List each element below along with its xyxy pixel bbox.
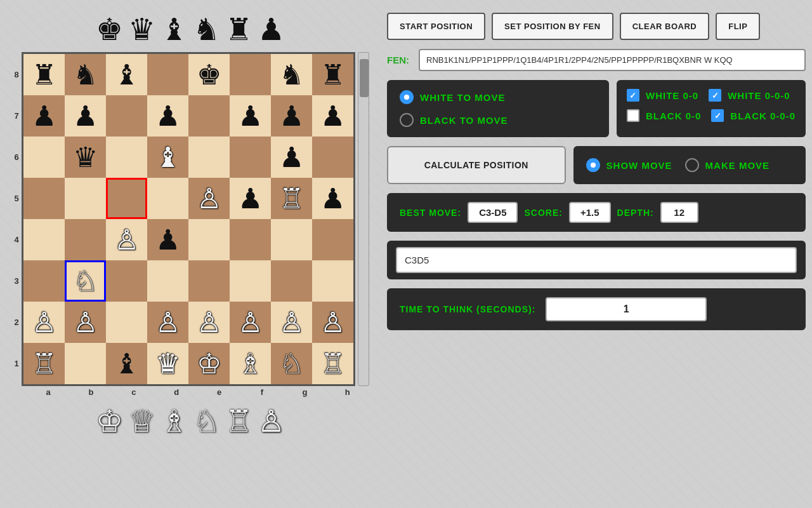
cell-f6[interactable] bbox=[230, 137, 271, 178]
scroll-bar[interactable] bbox=[358, 52, 369, 386]
black-king-top[interactable]: ♚ bbox=[96, 11, 123, 47]
cell-c8[interactable]: ♝ bbox=[106, 54, 147, 95]
cell-f3[interactable] bbox=[230, 260, 271, 302]
cell-b8[interactable]: ♞ bbox=[65, 54, 106, 95]
cell-b4[interactable] bbox=[65, 219, 106, 260]
cell-h8[interactable]: ♜ bbox=[312, 54, 353, 95]
make-move-radio[interactable] bbox=[685, 158, 699, 172]
cell-b5[interactable] bbox=[65, 178, 106, 219]
white-knight-bottom[interactable]: ♘ bbox=[193, 403, 220, 439]
cell-d2[interactable]: ♙ bbox=[147, 302, 188, 343]
black-pawn-top[interactable]: ♟ bbox=[258, 11, 285, 47]
cell-a3[interactable] bbox=[23, 260, 65, 302]
black-queenside-row[interactable]: BLACK 0-0-0 bbox=[711, 109, 796, 122]
white-kingside-row[interactable]: WHITE 0-0 bbox=[627, 89, 698, 102]
cell-c6[interactable] bbox=[106, 137, 147, 178]
flip-button[interactable]: FLIP bbox=[716, 13, 760, 40]
make-move-row[interactable]: MAKE MOVE bbox=[685, 158, 770, 172]
cell-b3[interactable]: ♘ bbox=[65, 260, 106, 302]
cell-e7[interactable] bbox=[188, 95, 230, 137]
cell-d8[interactable] bbox=[147, 54, 188, 95]
cell-d4[interactable]: ♟ bbox=[147, 219, 188, 260]
cell-a1[interactable]: ♖ bbox=[23, 343, 65, 384]
cell-f5[interactable]: ♟ bbox=[230, 178, 271, 219]
move-input[interactable] bbox=[396, 247, 797, 273]
cell-g7[interactable]: ♟ bbox=[271, 95, 312, 137]
cell-f1[interactable]: ♗ bbox=[230, 343, 271, 384]
cell-f8[interactable] bbox=[230, 54, 271, 95]
cell-h1[interactable]: ♖ bbox=[312, 343, 353, 384]
cell-e6[interactable] bbox=[188, 137, 230, 178]
cell-c7[interactable] bbox=[106, 95, 147, 137]
white-king-bottom[interactable]: ♔ bbox=[96, 403, 123, 439]
cell-e8[interactable]: ♚ bbox=[188, 54, 230, 95]
cell-a4[interactable] bbox=[23, 219, 65, 260]
show-move-row[interactable]: SHOW MOVE bbox=[586, 158, 672, 172]
cell-g1[interactable]: ♘ bbox=[271, 343, 312, 384]
cell-c2[interactable] bbox=[106, 302, 147, 343]
white-queen-bottom[interactable]: ♕ bbox=[128, 403, 155, 439]
white-bishop-bottom[interactable]: ♗ bbox=[160, 403, 188, 439]
black-queenside-checkbox[interactable] bbox=[711, 109, 724, 122]
cell-c3[interactable] bbox=[106, 260, 147, 302]
cell-c5[interactable] bbox=[106, 178, 147, 219]
cell-e5[interactable]: ♙ bbox=[188, 178, 230, 219]
black-rook-top[interactable]: ♜ bbox=[225, 11, 252, 47]
cell-a5[interactable] bbox=[23, 178, 65, 219]
black-queen-top[interactable]: ♛ bbox=[128, 11, 155, 47]
cell-g8[interactable]: ♞ bbox=[271, 54, 312, 95]
start-position-button[interactable]: START POSITION bbox=[387, 13, 485, 40]
cell-e3[interactable] bbox=[188, 260, 230, 302]
cell-f2[interactable]: ♙ bbox=[230, 302, 271, 343]
calculate-position-button[interactable]: CALCULATE POSITION bbox=[387, 146, 566, 184]
white-kingside-checkbox[interactable] bbox=[627, 89, 639, 102]
cell-g5[interactable]: ♖ bbox=[271, 178, 312, 219]
clear-board-button[interactable]: CLEAR BOARD bbox=[620, 13, 710, 40]
cell-h3[interactable] bbox=[312, 260, 353, 302]
cell-g2[interactable]: ♙ bbox=[271, 302, 312, 343]
cell-d7[interactable]: ♟ bbox=[147, 95, 188, 137]
cell-a2[interactable]: ♙ bbox=[23, 302, 65, 343]
cell-a8[interactable]: ♜ bbox=[23, 54, 65, 95]
cell-c4[interactable]: ♙ bbox=[106, 219, 147, 260]
black-bishop-top[interactable]: ♝ bbox=[160, 11, 188, 47]
scroll-thumb[interactable] bbox=[360, 59, 369, 97]
white-to-move-row[interactable]: WHITE TO MOVE bbox=[400, 90, 596, 104]
black-to-move-row[interactable]: BLACK TO MOVE bbox=[400, 113, 596, 127]
cell-e2[interactable]: ♙ bbox=[188, 302, 230, 343]
cell-h7[interactable]: ♟ bbox=[312, 95, 353, 137]
fen-input[interactable] bbox=[419, 49, 806, 71]
time-input[interactable] bbox=[546, 297, 707, 321]
chess-board[interactable]: ♜♞♝♚♞♜♟♟♟♟♟♟♛♝♟♙♟♖♟♙♟♘♙♙♙♙♙♙♙♖♝♛♔♗♘♖ bbox=[22, 52, 355, 386]
cell-c1[interactable]: ♝ bbox=[106, 343, 147, 384]
set-position-by-fen-button[interactable]: SET POSITION BY FEN bbox=[492, 13, 613, 40]
cell-a7[interactable]: ♟ bbox=[23, 95, 65, 137]
cell-d5[interactable] bbox=[147, 178, 188, 219]
white-queenside-checkbox[interactable] bbox=[709, 89, 721, 102]
cell-g6[interactable]: ♟ bbox=[271, 137, 312, 178]
cell-a6[interactable] bbox=[23, 137, 65, 178]
cell-d1[interactable]: ♛ bbox=[147, 343, 188, 384]
cell-e4[interactable] bbox=[188, 219, 230, 260]
cell-b6[interactable]: ♛ bbox=[65, 137, 106, 178]
cell-g3[interactable] bbox=[271, 260, 312, 302]
cell-e1[interactable]: ♔ bbox=[188, 343, 230, 384]
cell-h2[interactable]: ♙ bbox=[312, 302, 353, 343]
black-to-move-radio[interactable] bbox=[400, 113, 414, 127]
cell-f4[interactable] bbox=[230, 219, 271, 260]
cell-d6[interactable]: ♝ bbox=[147, 137, 188, 178]
cell-b2[interactable]: ♙ bbox=[65, 302, 106, 343]
cell-h5[interactable]: ♟ bbox=[312, 178, 353, 219]
black-knight-top[interactable]: ♞ bbox=[193, 11, 220, 47]
white-to-move-radio[interactable] bbox=[400, 90, 414, 104]
black-kingside-checkbox[interactable] bbox=[627, 109, 639, 122]
black-kingside-row[interactable]: BLACK 0-0 bbox=[627, 109, 701, 122]
cell-f7[interactable]: ♟ bbox=[230, 95, 271, 137]
cell-b1[interactable] bbox=[65, 343, 106, 384]
cell-h6[interactable] bbox=[312, 137, 353, 178]
cell-g4[interactable] bbox=[271, 219, 312, 260]
cell-d3[interactable] bbox=[147, 260, 188, 302]
cell-b7[interactable]: ♟ bbox=[65, 95, 106, 137]
white-rook-bottom[interactable]: ♖ bbox=[225, 403, 252, 439]
show-move-radio[interactable] bbox=[586, 158, 600, 172]
